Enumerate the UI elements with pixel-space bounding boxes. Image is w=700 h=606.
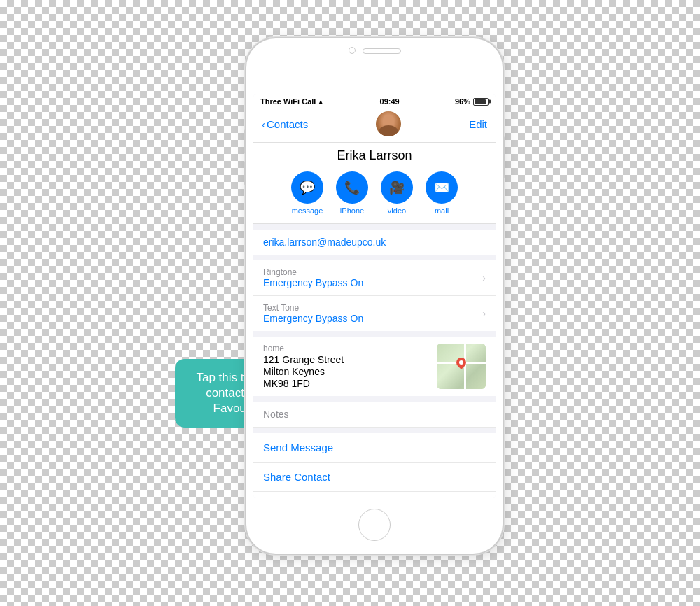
notes-label: Notes [263, 409, 289, 420]
scene: Tap this to set a contact as a Favourite… [154, 16, 546, 590]
contact-avatar [376, 111, 401, 136]
address-line2: Milton Keynes [263, 366, 344, 377]
address-row[interactable]: home 121 Grange Street Milton Keynes MK9… [253, 337, 496, 396]
back-button[interactable]: ‹ Contacts [262, 118, 308, 130]
action-list: Send Message Share Contact Add to Favour… [253, 433, 496, 498]
message-icon: 💬 [291, 171, 323, 204]
phone-vol-up-btn [244, 129, 246, 154]
mail-action[interactable]: ✉️ mail [426, 171, 458, 215]
contact-name: Erika Larrson [253, 148, 496, 163]
battery-fill [475, 99, 486, 104]
ringtone-label: Ringtone [263, 267, 363, 277]
ringtone-content: Ringtone Emergency Bypass On [263, 267, 363, 288]
send-message-label: Send Message [263, 442, 333, 453]
back-label: Contacts [267, 118, 308, 130]
address-text: home 121 Grange Street Milton Keynes MK9… [263, 344, 344, 389]
battery-icon [473, 98, 489, 106]
video-action[interactable]: 🎥 video [381, 171, 413, 215]
phone-action[interactable]: 📞 iPhone [336, 171, 368, 215]
home-button[interactable] [358, 509, 391, 541]
phone-speaker [363, 48, 401, 54]
email-row[interactable]: erika.larrson@madeupco.uk [253, 230, 496, 255]
action-buttons: 💬 message 📞 iPhone 🎥 video ✉️ mail [253, 171, 496, 215]
avatar-face [376, 111, 401, 136]
status-bar: Three WiFi Call ▲ 09:49 96% [253, 94, 496, 107]
edit-button[interactable]: Edit [469, 118, 487, 130]
status-right: 96% [455, 97, 489, 106]
texttone-content: Text Tone Emergency Bypass On [263, 303, 363, 324]
message-label: message [292, 206, 323, 215]
share-contact-row[interactable]: Share Contact [253, 463, 496, 492]
map-inner [437, 344, 486, 389]
mail-label: mail [435, 206, 449, 215]
nav-bar: ‹ Contacts Edit [253, 107, 496, 143]
map-thumbnail[interactable] [437, 344, 486, 389]
back-chevron-icon: ‹ [262, 118, 265, 130]
email-value: erika.larrson@madeupco.uk [263, 237, 386, 248]
send-message-row[interactable]: Send Message [253, 433, 496, 463]
phone-screen: Three WiFi Call ▲ 09:49 96% ‹ Contacts [253, 94, 496, 498]
texttone-chevron-icon: › [482, 308, 486, 319]
video-label: video [388, 206, 406, 215]
time-display: 09:49 [380, 97, 400, 106]
notes-row: Notes [253, 402, 496, 428]
address-section: home 121 Grange Street Milton Keynes MK9… [253, 337, 496, 396]
email-section: erika.larrson@madeupco.uk [253, 230, 496, 255]
address-line1: 121 Grange Street [263, 354, 344, 365]
wifi-icon: ▲ [317, 98, 324, 106]
phone-label: iPhone [340, 206, 364, 215]
video-icon: 🎥 [381, 171, 413, 204]
texttone-label: Text Tone [263, 303, 363, 313]
address-line3: MK98 1FD [263, 378, 344, 389]
add-to-favourites-row[interactable]: Add to Favourites [253, 492, 496, 498]
phone-top-bar [246, 38, 503, 54]
texttone-row[interactable]: Text Tone Emergency Bypass On › [253, 296, 496, 331]
carrier-text: Three WiFi Call [260, 97, 316, 106]
address-type: home [263, 344, 344, 353]
mail-icon: ✉️ [426, 171, 458, 204]
map-pin-icon [456, 358, 466, 370]
phone-frame: Three WiFi Call ▲ 09:49 96% ‹ Contacts [245, 37, 504, 555]
message-action[interactable]: 💬 message [291, 171, 323, 215]
phone-icon: 📞 [336, 171, 368, 204]
status-left: Three WiFi Call ▲ [260, 97, 324, 106]
ringtone-value: Emergency Bypass On [263, 277, 363, 288]
share-contact-label: Share Contact [263, 471, 330, 483]
map-pin-dot [459, 360, 463, 365]
ringtone-section: Ringtone Emergency Bypass On › Text Tone… [253, 260, 496, 331]
phone-power-btn [503, 136, 505, 178]
battery-pct: 96% [455, 97, 470, 106]
texttone-value: Emergency Bypass On [263, 313, 363, 324]
address-content: home 121 Grange Street Milton Keynes MK9… [263, 344, 486, 389]
phone-vol-down-btn [244, 161, 246, 185]
ringtone-chevron-icon: › [482, 272, 486, 283]
ringtone-row[interactable]: Ringtone Emergency Bypass On › [253, 260, 496, 296]
contact-header: Erika Larrson 💬 message 📞 iPhone 🎥 video [253, 143, 496, 224]
phone-camera [349, 47, 356, 54]
